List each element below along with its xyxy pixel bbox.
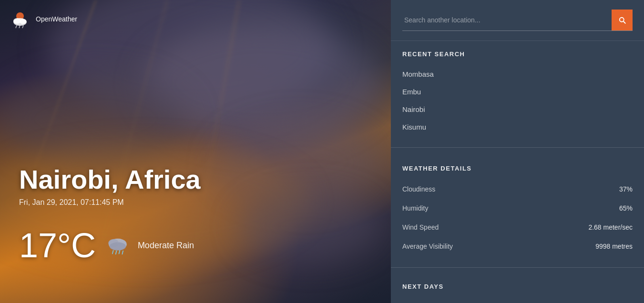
wind-speed-value: 2.68 meter/sec xyxy=(588,223,633,231)
recent-search-section: RECENT SEARCH Mombasa Embu Nairobi Kisum… xyxy=(391,41,644,145)
svg-line-12 xyxy=(116,251,117,254)
recent-search-item-mombasa[interactable]: Mombasa xyxy=(402,65,633,83)
weather-icon-container: Moderate Rain xyxy=(103,233,194,257)
search-section xyxy=(391,0,644,41)
weather-background-panel: OpenWeather Nairobi, Africa Fri, Jan 29,… xyxy=(0,0,391,303)
recent-search-title: RECENT SEARCH xyxy=(402,50,633,58)
next-days-title: NEXT DAYS xyxy=(391,275,644,294)
search-icon xyxy=(618,16,626,24)
search-input[interactable] xyxy=(402,10,608,30)
visibility-label: Average Visibility xyxy=(402,242,453,250)
visibility-value: 9998 metres xyxy=(595,242,633,250)
weather-condition-icon xyxy=(103,233,132,257)
date-time: Fri, Jan 29, 2021, 07:11:45 PM xyxy=(19,198,201,207)
humidity-label: Humidity xyxy=(402,204,428,212)
search-bar xyxy=(402,10,633,31)
cloudiness-value: 37% xyxy=(619,185,633,193)
cloudiness-label: Cloudiness xyxy=(402,185,435,193)
svg-line-13 xyxy=(119,251,120,254)
visibility-row: Average Visibility 9998 metres xyxy=(402,237,633,256)
humidity-row: Humidity 65% xyxy=(402,199,633,218)
section-divider-2 xyxy=(391,267,644,268)
wind-speed-row: Wind Speed 2.68 meter/sec xyxy=(402,218,633,237)
svg-line-11 xyxy=(112,251,113,254)
logo-text: OpenWeather xyxy=(36,15,77,23)
recent-search-item-nairobi[interactable]: Nairobi xyxy=(402,101,633,118)
weather-details-section: WEATHER DETAILS Cloudiness 37% Humidity … xyxy=(391,155,644,265)
wind-speed-label: Wind Speed xyxy=(402,223,439,231)
section-divider-1 xyxy=(391,147,644,148)
recent-search-item-embu[interactable]: Embu xyxy=(402,83,633,101)
weather-description: Moderate Rain xyxy=(138,241,194,251)
recent-search-item-kisumu[interactable]: Kisumu xyxy=(402,118,633,136)
humidity-value: 65% xyxy=(619,204,633,212)
city-name: Nairobi, Africa xyxy=(19,165,201,194)
weather-main-info: Nairobi, Africa Fri, Jan 29, 2021, 07:11… xyxy=(19,165,201,265)
svg-line-4 xyxy=(16,25,17,28)
weather-details-title: WEATHER DETAILS xyxy=(402,165,633,172)
openweather-logo-icon xyxy=(10,10,31,29)
right-panel: RECENT SEARCH Mombasa Embu Nairobi Kisum… xyxy=(391,0,644,303)
temp-weather-row: 17°C Moderate Rain xyxy=(19,226,201,265)
recent-search-list: Mombasa Embu Nairobi Kisumu xyxy=(402,65,633,136)
logo: OpenWeather xyxy=(10,10,77,29)
cloudiness-row: Cloudiness 37% xyxy=(402,180,633,199)
search-button[interactable] xyxy=(612,10,633,30)
svg-point-3 xyxy=(20,19,26,24)
svg-point-10 xyxy=(110,242,126,251)
svg-line-6 xyxy=(22,25,23,28)
temperature: 17°C xyxy=(19,226,96,265)
svg-line-14 xyxy=(122,251,123,254)
